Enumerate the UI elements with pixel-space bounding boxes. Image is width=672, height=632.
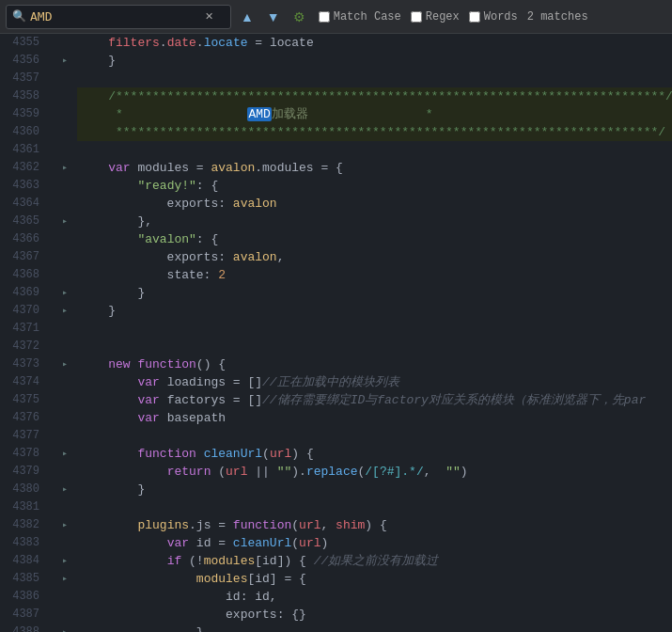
line-number: 4387	[0, 606, 47, 624]
fold-icon	[56, 230, 73, 248]
code-line: new function() {	[77, 356, 672, 373]
line-number: 4357	[0, 70, 47, 87]
fold-icon	[56, 141, 73, 159]
code-line	[77, 320, 672, 338]
fold-icon	[56, 70, 73, 87]
code-line: "ready!": {	[77, 177, 672, 195]
fold-icon	[56, 427, 73, 445]
fold-icon[interactable]: ▸	[56, 552, 73, 570]
line-number: 4364	[0, 195, 47, 213]
line-number: 4358	[0, 87, 47, 105]
code-line	[77, 338, 672, 356]
fold-icon[interactable]: ▸	[56, 302, 73, 320]
line-number: 4388	[0, 624, 47, 632]
editor: 4355435643574358435943604361436243634364…	[0, 34, 672, 632]
code-line: if (!modules[id]) { //如果之前没有加载过	[77, 552, 672, 570]
fold-icon	[56, 248, 73, 266]
fold-column: ▸▸▸▸▸▸▸▸▸▸▸▸▸	[56, 34, 73, 632]
fold-icon	[56, 588, 73, 606]
fold-icon[interactable]: ▸	[56, 284, 73, 302]
line-number: 4356	[0, 52, 47, 70]
fold-icon[interactable]: ▸	[56, 445, 73, 463]
line-number: 4385	[0, 570, 47, 588]
line-number: 4373	[0, 356, 47, 373]
fold-icon	[56, 534, 73, 552]
code-line: * AMD加载器 *	[77, 105, 672, 123]
line-number: 4378	[0, 445, 47, 463]
fold-icon	[56, 498, 73, 516]
fold-icon[interactable]: ▸	[56, 213, 73, 230]
line-number: 4365	[0, 213, 47, 230]
code-line: id: id,	[77, 588, 672, 606]
line-number: 4355	[0, 34, 47, 52]
search-input[interactable]	[30, 9, 199, 24]
words-label: Words	[484, 10, 518, 24]
code-content[interactable]: filters.date.locate = locate } /********…	[73, 34, 672, 632]
search-input-wrapper[interactable]: 🔍 ✕	[6, 5, 231, 29]
fold-icon[interactable]: ▸	[56, 481, 73, 498]
line-number: 4359	[0, 105, 47, 123]
line-number: 4366	[0, 230, 47, 248]
code-line	[77, 141, 672, 159]
line-number: 4375	[0, 391, 47, 409]
code-line: exports: {}	[77, 606, 672, 624]
fold-icon[interactable]: ▸	[56, 356, 73, 373]
code-line	[77, 498, 672, 516]
match-case-checkbox[interactable]	[319, 11, 330, 23]
code-line: }	[77, 52, 672, 70]
line-number: 4374	[0, 373, 47, 391]
line-number: 4377	[0, 427, 47, 445]
line-number: 4376	[0, 409, 47, 427]
code-line: var id = cleanUrl(url)	[77, 534, 672, 552]
match-count: 2 matches	[527, 10, 588, 24]
code-line: ****************************************…	[77, 123, 672, 141]
search-next-button[interactable]: ▼	[263, 8, 284, 26]
chevron-down-icon: ▼	[267, 9, 280, 24]
line-number: 4382	[0, 516, 47, 534]
fold-icon	[56, 266, 73, 284]
regex-option[interactable]: Regex	[411, 10, 460, 24]
code-line: }	[77, 302, 672, 320]
fold-icon	[56, 123, 73, 141]
fold-icon[interactable]: ▸	[56, 516, 73, 534]
chevron-up-icon: ▲	[241, 9, 254, 24]
code-line: /***************************************…	[77, 87, 672, 105]
fold-icon[interactable]: ▸	[56, 159, 73, 177]
words-checkbox[interactable]	[469, 11, 480, 23]
code-line: exports: avalon,	[77, 248, 672, 266]
code-line: modules[id] = {	[77, 570, 672, 588]
code-line: filters.date.locate = locate	[77, 34, 672, 52]
fold-icon	[56, 87, 73, 105]
code-line: function cleanUrl(url) {	[77, 445, 672, 463]
line-number: 4367	[0, 248, 47, 266]
line-number: 4380	[0, 481, 47, 498]
words-option[interactable]: Words	[469, 10, 518, 24]
code-line: }	[77, 481, 672, 498]
search-bar: 🔍 ✕ ▲ ▼ ⚙ Match Case Regex Words 2 match…	[0, 0, 672, 34]
search-prev-button[interactable]: ▲	[237, 8, 258, 26]
code-line: return (url || "").replace(/[?#].*/, "")	[77, 463, 672, 481]
code-line	[77, 70, 672, 87]
fold-icon	[56, 463, 73, 481]
code-line: plugins.js = function(url, shim) {	[77, 516, 672, 534]
match-case-option[interactable]: Match Case	[319, 10, 401, 24]
match-case-label: Match Case	[334, 10, 401, 24]
fold-icon[interactable]: ▸	[56, 624, 73, 632]
line-numbers: 4355435643574358435943604361436243634364…	[0, 34, 56, 632]
regex-checkbox[interactable]	[411, 11, 422, 23]
code-line: var loadings = []//正在加载中的模块列表	[77, 373, 672, 391]
line-number: 4362	[0, 159, 47, 177]
search-settings-button[interactable]: ⚙	[289, 8, 309, 26]
search-options: Match Case Regex Words	[319, 10, 518, 24]
regex-label: Regex	[426, 10, 460, 24]
fold-icon[interactable]: ▸	[56, 52, 73, 70]
line-number: 4368	[0, 266, 47, 284]
line-number: 4370	[0, 302, 47, 320]
line-number: 4386	[0, 588, 47, 606]
line-number: 4379	[0, 463, 47, 481]
line-number: 4372	[0, 338, 47, 356]
line-number: 4361	[0, 141, 47, 159]
line-number: 4384	[0, 552, 47, 570]
fold-icon[interactable]: ▸	[56, 570, 73, 588]
clear-search-button[interactable]: ✕	[201, 8, 217, 24]
